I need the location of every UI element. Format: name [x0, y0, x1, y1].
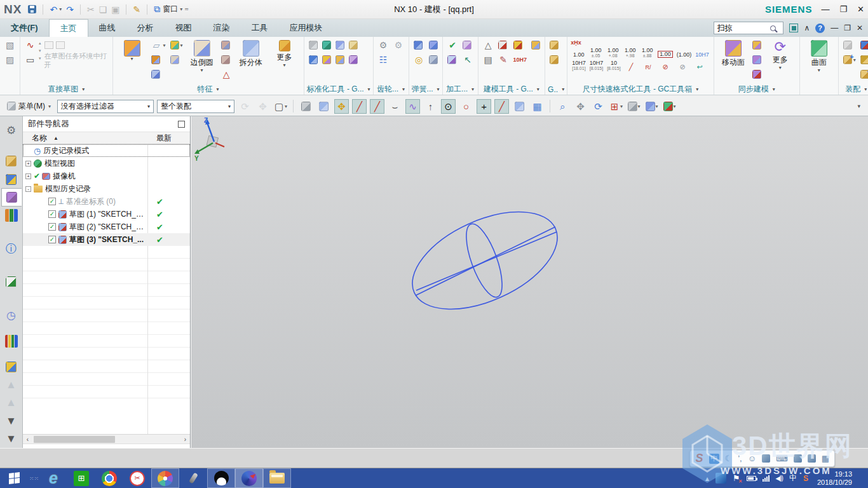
- graphics-viewport[interactable]: Z Y: [191, 116, 868, 448]
- pull-face-button[interactable]: [751, 39, 763, 51]
- unite-button[interactable]: [169, 53, 184, 66]
- paste-button[interactable]: ▣: [111, 4, 119, 15]
- move-face-button[interactable]: 移动面: [717, 39, 749, 69]
- section-cube-icon[interactable]: [316, 99, 331, 114]
- existing-point-toggle[interactable]: +: [477, 99, 491, 114]
- grid-check-button[interactable]: [497, 39, 510, 51]
- tab-分析[interactable]: 分析: [126, 19, 165, 37]
- sync-more-button[interactable]: ⟳更多▾: [764, 39, 796, 71]
- point-on-curve-toggle[interactable]: ╱: [494, 99, 509, 114]
- group-dialog-launcher-10[interactable]: ▾: [773, 86, 775, 92]
- tree-row-7[interactable]: ✓草图 (3) "SKETCH_...✔: [23, 233, 190, 246]
- std-check-button[interactable]: [308, 53, 319, 66]
- part-navigator-icon[interactable]: [1, 188, 22, 207]
- command-finder[interactable]: [714, 22, 783, 34]
- select-general-icon[interactable]: ⟳: [238, 99, 252, 114]
- file-explorer-icon[interactable]: [263, 468, 291, 488]
- view-orient-icon[interactable]: ▾: [644, 99, 659, 114]
- std-table-button[interactable]: [348, 53, 359, 66]
- column-latest[interactable]: 最新: [147, 133, 172, 144]
- dim-cell-1-0[interactable]: 10H7[18.01]: [571, 60, 587, 71]
- delete-face-button[interactable]: [751, 68, 763, 81]
- window-menu-button[interactable]: ⧉窗口▾≂: [154, 4, 189, 15]
- dia-dim-alt-icon[interactable]: ⊘: [675, 63, 691, 71]
- group-dialog-launcher-3[interactable]: ▾: [368, 86, 370, 92]
- std-part-button[interactable]: [334, 53, 346, 66]
- linked-body-button[interactable]: [548, 39, 560, 51]
- dia-dim-icon[interactable]: ⊘: [658, 63, 674, 71]
- radius-dim-icon[interactable]: R/: [641, 64, 656, 71]
- gear-pair-button[interactable]: ⚙: [392, 39, 405, 51]
- ime-punct-icon[interactable]: ’,: [738, 454, 742, 463]
- sketch-curve-edit-button[interactable]: ▨: [3, 53, 17, 66]
- dim-brush-button[interactable]: ✎: [497, 53, 510, 66]
- mach-grid-button[interactable]: [446, 53, 459, 66]
- std-wand-button[interactable]: [321, 53, 332, 66]
- group-dialog-launcher-8[interactable]: ▾: [562, 86, 564, 92]
- intersection-icon[interactable]: ↑: [423, 99, 438, 114]
- tree-row-3[interactable]: -模型历史记录: [23, 182, 190, 195]
- battery-icon[interactable]: [747, 476, 756, 481]
- extrude-button[interactable]: ▾: [116, 39, 148, 62]
- assembly-navigator-icon[interactable]: [1, 152, 22, 170]
- ime-toolbox-icon[interactable]: [794, 454, 802, 463]
- qq-icon[interactable]: [207, 468, 235, 488]
- linked-body-alt-button[interactable]: [548, 53, 560, 66]
- datum-axis-button[interactable]: △: [220, 68, 233, 81]
- pan-icon[interactable]: ✥: [573, 99, 588, 114]
- tray-app-icon[interactable]: [715, 473, 726, 484]
- render-style-icon[interactable]: ▾: [627, 99, 641, 114]
- group-dialog-launcher-6[interactable]: ▾: [471, 86, 474, 92]
- resbar-scroll-up-icon[interactable]: ▲: [1, 376, 22, 393]
- window-minimize-button[interactable]: —: [821, 4, 829, 14]
- navigator-pin-icon[interactable]: [178, 121, 185, 128]
- dim-cell-0-7[interactable]: 10H7: [694, 51, 710, 58]
- marquee-select-icon[interactable]: ▢▾: [273, 99, 288, 114]
- help-icon[interactable]: ?: [815, 24, 825, 33]
- hscroll-thumb[interactable]: [34, 436, 115, 443]
- endpoint-toggle[interactable]: ╱: [352, 99, 367, 114]
- spring-delete-button[interactable]: [428, 53, 439, 66]
- pinned-dots[interactable]: ⁙⁙: [28, 468, 39, 488]
- microphone-icon[interactable]: [179, 468, 207, 488]
- tree-expander-icon[interactable]: -: [25, 186, 31, 192]
- group-dialog-launcher-12[interactable]: ▾: [864, 86, 867, 92]
- feature-checkbox[interactable]: ✓: [48, 223, 56, 231]
- tree-expander-icon[interactable]: +: [25, 161, 31, 166]
- fit-10h7-button[interactable]: 10H7: [512, 53, 529, 66]
- group-dialog-launcher-7[interactable]: ▾: [537, 86, 539, 92]
- profile-rect-button[interactable]: ▭: [24, 53, 37, 66]
- spring-washer-button[interactable]: ◎: [412, 53, 426, 66]
- ime-keyboard-icon[interactable]: ⌨: [776, 454, 788, 463]
- cut-button[interactable]: ✂: [87, 4, 95, 15]
- window-close-button[interactable]: ✕: [857, 4, 864, 14]
- open-in-sketch-task-button[interactable]: 在草图任务环境中打开: [43, 39, 109, 72]
- dim-cell-0-4[interactable]: 1.00±.88: [639, 47, 655, 58]
- tree-row-2[interactable]: +✔摄像机: [23, 170, 190, 182]
- replace-face-button[interactable]: [751, 53, 763, 66]
- web-browser-icon[interactable]: [1, 273, 22, 291]
- tree-row-4[interactable]: ✓⟂基准坐标系 (0)✔: [23, 195, 190, 208]
- quadrant-point-icon[interactable]: ○: [459, 99, 473, 114]
- spring-hook-button[interactable]: [428, 39, 439, 51]
- nx-taskbar-icon[interactable]: [235, 468, 263, 488]
- tree-row-0[interactable]: ◷历史记录模式: [23, 144, 190, 157]
- pattern-feature-button[interactable]: ▾: [169, 39, 184, 51]
- tree-row-6[interactable]: ✓草图 (2) "SKETCH_0...✔: [23, 220, 190, 233]
- selection-type-filter[interactable]: 没有选择过滤器▾: [57, 100, 154, 113]
- tab-主页[interactable]: 主页: [49, 19, 88, 37]
- roles-gear-icon[interactable]: ⚙: [1, 121, 22, 139]
- sketch-spinner[interactable]: ▴▾▾: [39, 39, 41, 61]
- screenshot-tool-icon[interactable]: ✂: [123, 468, 151, 488]
- feature-more-button[interactable]: 更多▾: [269, 39, 301, 69]
- resbar-scroll-down2-icon[interactable]: ▼: [1, 430, 22, 448]
- group-dialog-launcher-2[interactable]: ▾: [217, 86, 219, 92]
- group-dialog-launcher-1[interactable]: ▾: [82, 86, 85, 92]
- chrome-icon[interactable]: [95, 468, 123, 488]
- hscroll-left-icon[interactable]: ‹: [23, 436, 32, 443]
- dim-return-icon[interactable]: ↩: [692, 63, 708, 71]
- tab-应用模块[interactable]: 应用模块: [279, 19, 334, 37]
- sogou-logo-icon[interactable]: S: [695, 452, 703, 465]
- tab-渲染[interactable]: 渲染: [203, 19, 241, 37]
- tab-工具[interactable]: 工具: [241, 19, 279, 37]
